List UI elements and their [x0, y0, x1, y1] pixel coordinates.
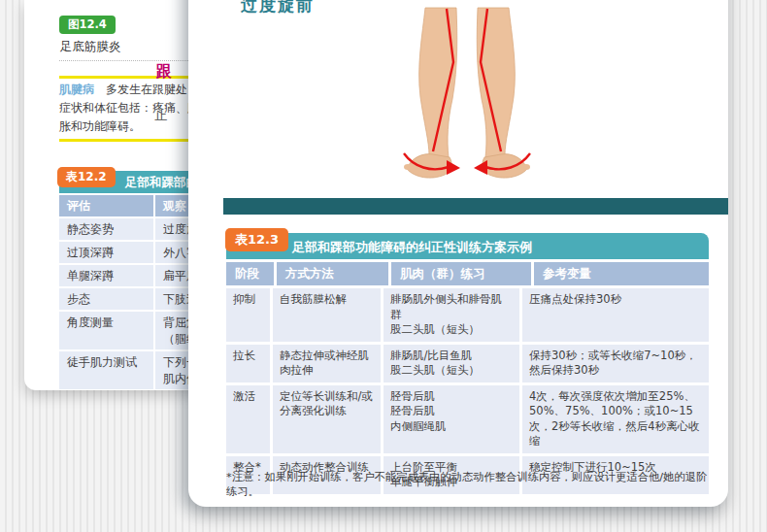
table-12-2-badge: 表12.2: [57, 167, 116, 187]
figure-badge: 图12.4: [59, 16, 116, 34]
right-book-page: 过度旋前 表12.3 足部和踝部功能障碍的纠正性训练方案示例: [188, 0, 728, 507]
cell-assessment: 步态: [59, 288, 153, 310]
cell-variables: 4次，每次强度依次增加至25%、50%、75%、100%；或10~15次，2秒等…: [522, 385, 709, 453]
section-title: 过度旋前: [241, 0, 315, 17]
cell-stage: 抑制: [226, 288, 270, 342]
table-row: 激活 定位等长训练和/或分离强化训练 胫骨后肌 胫骨后肌 内侧腘绳肌 4次，每次…: [226, 385, 709, 453]
column-header: 方式方法: [277, 262, 388, 285]
note-term: 肌腱病: [59, 83, 94, 96]
cell-assessment: 角度测量: [59, 312, 153, 349]
table-row: 拉长 静态拉伸或神经肌肉拉伸 腓肠肌/比目鱼肌 股二头肌（短头） 保持30秒；或…: [226, 345, 709, 382]
cell-variables: 保持30秒；或等长收缩7~10秒，然后保持30秒: [522, 345, 709, 382]
cell-muscles: 胫骨后肌 胫骨后肌 内侧腘绳肌: [384, 385, 519, 453]
left-arrowhead-icon: [447, 160, 460, 175]
cell-assessment: 单腿深蹲: [59, 265, 153, 286]
cell-variables: 压痛点处保持30秒: [522, 288, 709, 342]
cell-method: 自我筋膜松解: [273, 288, 381, 342]
table-12-3-column-header-row: 阶段 方式方法 肌肉（群）练习 参考变量: [226, 262, 709, 285]
left-leg: [419, 8, 457, 157]
left-toes: [404, 164, 412, 170]
cell-stage: 激活: [226, 385, 270, 453]
right-leg: [477, 8, 515, 157]
column-header: 阶段: [226, 262, 274, 285]
section-divider-bar: [223, 198, 728, 215]
cell-method: 静态拉伸或神经肌肉拉伸: [273, 345, 381, 382]
tendinopathy-note: 肌腱病 多发生在跟腱处，症状和体征包括：疼痛、肿胀和功能障碍。: [59, 76, 205, 142]
cut-body-char: 止: [154, 107, 167, 124]
cell-assessment: 徒手肌力测试: [59, 351, 153, 389]
right-foot: [483, 154, 527, 179]
column-header: 肌肉（群）练习: [391, 262, 531, 285]
cell-stage: 拉长: [226, 345, 270, 382]
table-12-3-badge: 表12.3: [225, 228, 288, 251]
column-header: 参考变量: [534, 262, 709, 285]
table-12-3-title: 足部和踝部功能障碍的纠正性训练方案示例: [292, 239, 532, 256]
right-arrowhead-icon: [474, 160, 487, 175]
right-toes: [522, 164, 530, 170]
cell-assessment: 静态姿势: [59, 218, 153, 240]
table-12-3-header: 表12.3 足部和踝部功能障碍的纠正性训练方案示例: [226, 233, 709, 259]
left-foot: [407, 154, 451, 179]
cell-assessment: 过顶深蹲: [59, 242, 153, 263]
table-row: 抑制 自我筋膜松解 腓肠肌外侧头和腓骨肌群 股二头肌（短头） 压痛点处保持30秒: [226, 288, 709, 342]
cell-muscles: 腓肠肌/比目鱼肌 股二头肌（短头）: [384, 345, 519, 382]
table-12-2-title: 足部和踝部的: [125, 175, 198, 191]
cut-heading-char: 跟: [156, 62, 172, 83]
overpronation-figure: [388, 6, 546, 188]
table-12-3-footnote: *注意：如果刚开始训练，客户不能完成表中的动态动作整合训练内容，则应设计更适合他…: [226, 470, 712, 499]
figure-caption: 足底筋膜炎: [60, 39, 121, 55]
table-12-3: 表12.3 足部和踝部功能障碍的纠正性训练方案示例 阶段 方式方法 肌肉（群）练…: [226, 233, 709, 494]
cell-muscles: 腓肠肌外侧头和腓骨肌群 股二头肌（短头）: [384, 288, 519, 342]
legs-illustration: [388, 6, 546, 188]
column-header: 评估: [59, 195, 153, 216]
cell-method: 定位等长训练和/或分离强化训练: [273, 385, 381, 453]
